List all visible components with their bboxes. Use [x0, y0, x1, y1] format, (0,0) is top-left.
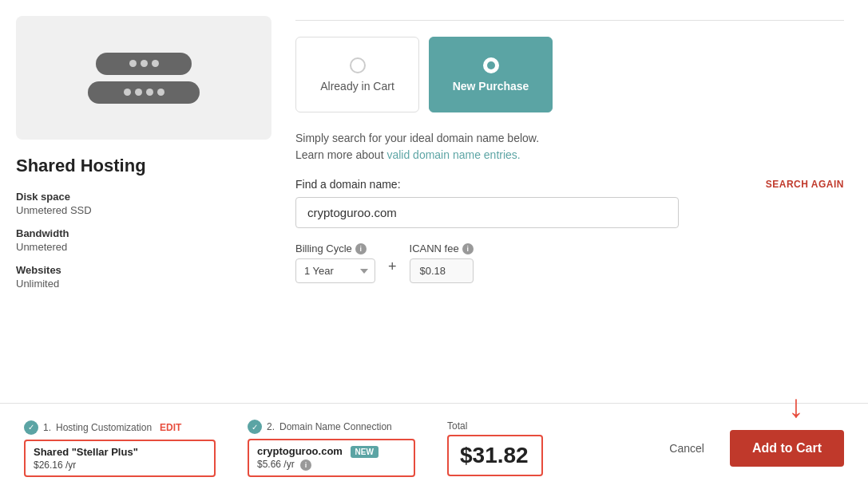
spec-disk-label: Disk space	[16, 191, 271, 203]
domain-label: Find a domain name:	[295, 178, 401, 191]
plus-separator: +	[388, 258, 397, 275]
total-section: Total $31.82	[431, 414, 559, 483]
hosting-image-box	[16, 16, 271, 140]
new-purchase-label: New Purchase	[453, 80, 529, 93]
step1-card: Shared "Stellar Plus" $26.16 /yr	[24, 440, 216, 477]
spec-bandwidth-label: Bandwidth	[16, 227, 271, 239]
total-amount: $31.82	[460, 443, 530, 468]
step1-product-name: Shared "Stellar Plus"	[34, 446, 206, 458]
spec-bandwidth-value: Unmetered	[16, 241, 271, 253]
page-wrapper: Shared Hosting Disk space Unmetered SSD …	[0, 0, 868, 493]
right-panel: Already in Cart New Purchase Simply sear…	[295, 16, 844, 387]
purchase-options: Already in Cart New Purchase	[295, 37, 844, 112]
top-divider	[295, 20, 844, 21]
server-dot	[135, 89, 142, 96]
step2-number: 2.	[267, 421, 275, 432]
left-panel: Shared Hosting Disk space Unmetered SSD …	[16, 16, 271, 387]
billing-info-icon[interactable]: i	[355, 243, 367, 254]
search-again-button[interactable]: SEARCH AGAIN	[766, 179, 844, 190]
billing-cycle-select[interactable]: 1 Year 2 Years 3 Years	[295, 258, 375, 283]
spec-disk-value: Unmetered SSD	[16, 204, 271, 216]
step1-edit-link[interactable]: EDIT	[160, 422, 181, 433]
billing-cycle-label: Billing Cycle i	[295, 243, 375, 254]
already-in-cart-label: Already in Cart	[320, 80, 394, 93]
icann-group: ICANN fee i $0.18	[410, 243, 474, 283]
icann-fee-label: ICANN fee i	[410, 243, 474, 254]
new-badge: NEW	[351, 446, 379, 458]
new-purchase-radio	[483, 57, 499, 73]
new-purchase-option[interactable]: New Purchase	[429, 37, 553, 112]
arrow-down-icon: ↓	[788, 390, 804, 422]
spec-disk-space: Disk space Unmetered SSD	[16, 191, 271, 216]
already-in-cart-radio	[350, 57, 366, 73]
domain-input[interactable]	[295, 197, 679, 228]
main-content: Shared Hosting Disk space Unmetered SSD …	[0, 0, 868, 403]
step1-check-icon: ✓	[24, 420, 38, 435]
server-icon	[88, 53, 200, 104]
server-dot	[129, 60, 137, 67]
step2-price: $5.66 /yr i	[257, 459, 406, 471]
server-dot	[152, 60, 159, 67]
server-dot	[141, 60, 148, 67]
billing-row: Billing Cycle i 1 Year 2 Years 3 Years +…	[295, 243, 844, 283]
step1-price: $26.16 /yr	[34, 459, 206, 471]
description-text: Simply search for your ideal domain name…	[295, 130, 844, 164]
step1-section: ✓ 1. Hosting Customization EDIT Shared "…	[16, 414, 232, 483]
step2-section: ✓ 2. Domain Name Connection cryptoguroo.…	[232, 413, 431, 483]
spec-websites-label: Websites	[16, 264, 271, 276]
server-dot	[157, 89, 164, 96]
product-title: Shared Hosting	[16, 156, 271, 176]
spec-bandwidth: Bandwidth Unmetered	[16, 227, 271, 253]
cancel-button[interactable]: Cancel	[660, 436, 714, 461]
already-in-cart-option[interactable]: Already in Cart	[295, 37, 419, 112]
step2-title: Domain Name Connection	[279, 421, 392, 432]
step1-number: 1.	[43, 422, 51, 433]
icann-info-icon[interactable]: i	[462, 243, 474, 254]
bottom-bar: ✓ 1. Hosting Customization EDIT Shared "…	[0, 403, 868, 493]
step1-header: ✓ 1. Hosting Customization EDIT	[24, 420, 216, 435]
actions-section: ↓ Cancel Add to Cart	[660, 430, 852, 467]
domain-section: Find a domain name: SEARCH AGAIN	[295, 178, 844, 228]
total-label: Total	[447, 420, 543, 432]
hosting-info: Shared Hosting Disk space Unmetered SSD …	[16, 156, 271, 290]
spec-websites: Websites Unlimited	[16, 264, 271, 290]
icann-fee-value: $0.18	[410, 258, 474, 283]
server-dot	[124, 89, 131, 96]
step2-info-icon[interactable]: i	[300, 459, 311, 471]
domain-header: Find a domain name: SEARCH AGAIN	[295, 178, 844, 191]
add-to-cart-button[interactable]: Add to Cart	[730, 430, 844, 467]
spec-websites-value: Unlimited	[16, 278, 271, 290]
description-prefix: Learn more about	[295, 148, 386, 161]
step2-domain: cryptoguroo.com NEW	[257, 445, 406, 457]
description-line1: Simply search for your ideal domain name…	[295, 132, 539, 144]
step2-header: ✓ 2. Domain Name Connection	[248, 420, 415, 434]
step2-card: cryptoguroo.com NEW $5.66 /yr i	[248, 439, 415, 477]
billing-cycle-group: Billing Cycle i 1 Year 2 Years 3 Years	[295, 243, 375, 283]
server-bar-bottom	[88, 81, 200, 104]
server-dot	[146, 89, 153, 96]
total-box: $31.82	[447, 435, 543, 476]
valid-domain-link[interactable]: valid domain name entries.	[386, 148, 520, 161]
step1-title: Hosting Customization	[56, 422, 152, 433]
server-bar-top	[96, 53, 192, 75]
step2-check-icon: ✓	[248, 420, 262, 434]
